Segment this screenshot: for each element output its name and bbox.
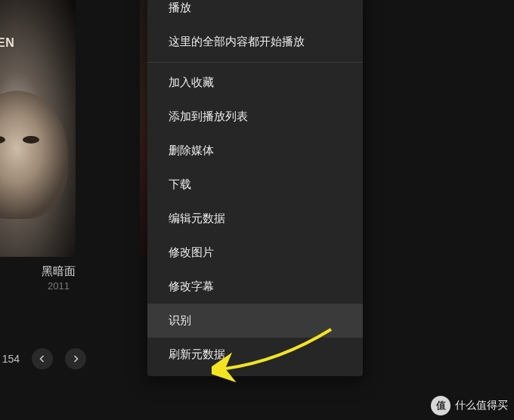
watermark-badge: 值 <box>431 396 451 415</box>
watermark: 值 什么值得买 <box>431 396 508 415</box>
menu-item-play-all[interactable]: 这里的全部内容都开始播放 <box>147 25 363 59</box>
watermark-text: 什么值得买 <box>455 399 508 412</box>
menu-item-edit-subtitle[interactable]: 修改字幕 <box>147 270 363 304</box>
menu-item-play[interactable]: 播放 <box>147 0 363 25</box>
poster-card[interactable]: THE HIDDEN FACE 黑暗面 2011 <box>0 0 117 292</box>
poster-image[interactable]: THE HIDDEN FACE <box>0 0 76 257</box>
chevron-right-icon <box>71 354 80 363</box>
menu-item-edit-image[interactable]: 修改图片 <box>147 236 363 270</box>
menu-item-download[interactable]: 下载 <box>147 168 363 202</box>
menu-item-delete-media[interactable]: 删除媒体 <box>147 134 363 168</box>
poster-art-title: THE HIDDEN FACE <box>0 23 14 63</box>
menu-item-refresh-metadata[interactable]: 刷新元数据 <box>147 338 363 372</box>
poster-title[interactable]: 黑暗面 <box>0 264 117 279</box>
context-menu: 播放 这里的全部内容都开始播放 加入收藏 添加到播放列表 删除媒体 下载 编辑元… <box>147 0 363 376</box>
menu-item-add-favorite[interactable]: 加入收藏 <box>147 66 363 100</box>
pager-count: of 154 <box>0 353 20 365</box>
next-page-button[interactable] <box>65 348 86 369</box>
chevron-left-icon <box>38 354 47 363</box>
menu-divider <box>147 62 363 63</box>
menu-item-identify[interactable]: 识别 <box>147 304 363 338</box>
prev-page-button[interactable] <box>32 348 53 369</box>
menu-item-add-playlist[interactable]: 添加到播放列表 <box>147 100 363 134</box>
poster-year: 2011 <box>0 280 117 292</box>
poster-art-title-line: HIDDEN <box>0 36 14 49</box>
pager: of 154 <box>0 348 86 369</box>
menu-item-edit-metadata[interactable]: 编辑元数据 <box>147 202 363 236</box>
